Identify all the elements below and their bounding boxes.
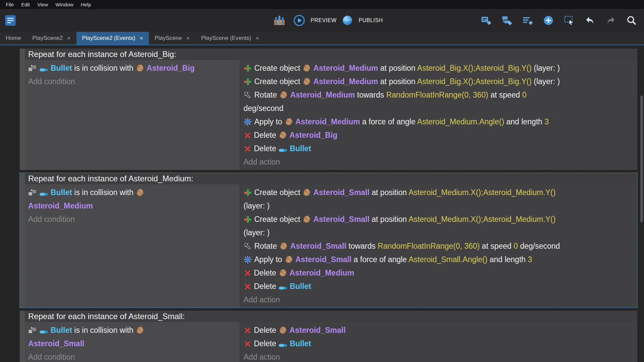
action-row[interactable]: Apply to Asteroid_Small a force of angle… bbox=[244, 253, 634, 266]
action-row[interactable]: Rotate Asteroid_Small towards RandomFloa… bbox=[244, 239, 634, 253]
add-subevent-button[interactable] bbox=[501, 15, 515, 26]
publish-button[interactable]: PUBLISH bbox=[342, 15, 383, 26]
menu-help[interactable]: Help bbox=[77, 0, 95, 9]
condition-row[interactable]: Bullet is in collision with Asteroid_Med… bbox=[28, 186, 236, 213]
event-drag-handle[interactable] bbox=[20, 311, 25, 362]
add-event-button[interactable] bbox=[481, 15, 494, 26]
action-row[interactable]: Delete Asteroid_Big bbox=[244, 128, 634, 142]
scrollbar-thumb[interactable] bbox=[640, 96, 643, 222]
action-row[interactable]: Create object Asteroid_Medium at positio… bbox=[244, 61, 634, 75]
menu-edit[interactable]: Edit bbox=[17, 0, 34, 9]
add-subevent-icon bbox=[501, 15, 512, 26]
asteroid-icon bbox=[278, 131, 287, 139]
text-segment: RandomFloatInRange(0, 360) bbox=[378, 242, 480, 250]
redo-button[interactable] bbox=[605, 15, 619, 26]
conditions-cell[interactable]: Bullet is in collision with Asteroid_Sma… bbox=[25, 322, 240, 362]
action-row[interactable]: Create object Asteroid_Small at position… bbox=[244, 213, 634, 239]
event-main: Repeat for each instance of Asteroid_Med… bbox=[25, 173, 637, 308]
add-condition-link[interactable]: Add condition bbox=[28, 350, 236, 362]
text-segment: at speed bbox=[480, 242, 514, 250]
tab-label: Home bbox=[6, 35, 21, 42]
bullet-icon bbox=[278, 343, 287, 348]
play-icon bbox=[293, 14, 305, 26]
menu-window[interactable]: Window bbox=[52, 0, 77, 9]
search-button[interactable] bbox=[626, 15, 639, 26]
tab-playscene-events[interactable]: PlayScene (Events)× bbox=[196, 32, 265, 45]
close-icon[interactable]: × bbox=[256, 35, 259, 41]
event-block[interactable]: Repeat for each instance of Asteroid_Big… bbox=[19, 48, 638, 170]
add-circle-button[interactable] bbox=[543, 15, 556, 26]
action-row[interactable]: Apply to Asteroid_Medium a force of angl… bbox=[244, 115, 634, 128]
tab-label: PlayScene bbox=[155, 35, 182, 42]
event-drag-handle[interactable] bbox=[20, 49, 25, 170]
add-condition-link[interactable]: Add condition bbox=[28, 213, 236, 226]
search-icon bbox=[626, 15, 637, 26]
event-body: Bullet is in collision with Asteroid_Big… bbox=[25, 60, 637, 170]
text-segment: Delete bbox=[254, 326, 278, 335]
text-segment: Asteroid_Big.X();Asteroid_Big.Y() bbox=[417, 64, 532, 72]
add-action-link[interactable]: Add action bbox=[244, 350, 634, 362]
bullet-icon bbox=[278, 286, 287, 291]
event-header[interactable]: Repeat for each instance of Asteroid_Sma… bbox=[25, 311, 637, 322]
text-segment: Bullet bbox=[51, 64, 72, 72]
event-body: Bullet is in collision with Asteroid_Sma… bbox=[25, 322, 637, 362]
menu-view[interactable]: View bbox=[34, 0, 52, 9]
text-segment: at position bbox=[378, 64, 417, 72]
text-segment: at position bbox=[378, 77, 417, 86]
action-row[interactable]: Rotate Asteroid_Medium towards RandomFlo… bbox=[244, 88, 634, 115]
conditions-cell[interactable]: Bullet is in collision with Asteroid_Med… bbox=[25, 184, 240, 308]
asteroid-icon bbox=[302, 215, 311, 224]
project-manager-button[interactable] bbox=[4, 13, 19, 28]
close-icon[interactable]: × bbox=[186, 35, 190, 41]
event-main: Repeat for each instance of Asteroid_Sma… bbox=[25, 311, 637, 362]
text-segment: Asteroid_Medium.X();Asteroid_Medium.Y() bbox=[409, 215, 555, 224]
action-row[interactable]: Create object Asteroid_Small at position… bbox=[244, 186, 634, 213]
event-block[interactable]: Repeat for each instance of Asteroid_Med… bbox=[19, 173, 638, 308]
add-condition-link[interactable]: Add condition bbox=[28, 75, 236, 88]
event-sheet[interactable]: Repeat for each instance of Asteroid_Big… bbox=[0, 46, 644, 362]
tab-bar: HomePlayScene2×PlayScene2 (Events)×PlayS… bbox=[0, 32, 644, 45]
action-row[interactable]: Create object Asteroid_Medium at positio… bbox=[244, 75, 634, 88]
text-segment: Asteroid_Small.Angle() bbox=[409, 255, 487, 264]
close-icon[interactable]: × bbox=[140, 35, 143, 41]
delete-icon bbox=[244, 269, 252, 277]
action-row[interactable]: Delete Bullet bbox=[244, 280, 634, 293]
action-row[interactable]: Delete Asteroid_Medium bbox=[244, 266, 634, 280]
preview-button[interactable]: PREVIEW bbox=[293, 14, 336, 26]
event-header[interactable]: Repeat for each instance of Asteroid_Med… bbox=[25, 173, 637, 184]
actions-cell[interactable]: Create object Asteroid_Medium at positio… bbox=[240, 60, 637, 170]
add-comment-button[interactable] bbox=[522, 15, 535, 26]
preview-label: PREVIEW bbox=[311, 17, 336, 23]
undo-button[interactable] bbox=[585, 15, 598, 26]
asteroid-icon bbox=[279, 90, 288, 99]
tab-home[interactable]: Home bbox=[0, 32, 26, 45]
action-row[interactable]: Delete Bullet bbox=[244, 337, 634, 350]
tab-playscene2[interactable]: PlayScene2× bbox=[26, 32, 76, 45]
event-drag-handle[interactable] bbox=[20, 173, 25, 308]
asteroid-icon bbox=[302, 188, 311, 197]
force-icon bbox=[244, 255, 252, 264]
close-icon[interactable]: × bbox=[67, 35, 71, 41]
create-icon bbox=[244, 64, 252, 72]
text-segment: at position bbox=[370, 188, 409, 197]
action-row[interactable]: Delete Asteroid_Small bbox=[244, 323, 634, 337]
action-row[interactable]: Delete Bullet bbox=[244, 142, 634, 155]
select-events-button[interactable] bbox=[564, 15, 577, 26]
text-segment: 0 bbox=[522, 90, 527, 99]
create-icon bbox=[244, 77, 252, 86]
event-block[interactable]: Repeat for each instance of Asteroid_Sma… bbox=[19, 310, 638, 362]
add-action-link[interactable]: Add action bbox=[244, 293, 634, 306]
tab-playscene2-events[interactable]: PlayScene2 (Events)× bbox=[76, 32, 149, 45]
actions-cell[interactable]: Create object Asteroid_Small at position… bbox=[240, 184, 637, 308]
debugger-button[interactable] bbox=[273, 14, 288, 26]
condition-row[interactable]: Bullet is in collision with Asteroid_Big bbox=[28, 61, 236, 75]
actions-cell[interactable]: Delete Asteroid_SmallDelete BulletAdd ac… bbox=[240, 322, 637, 362]
tab-playscene[interactable]: PlayScene× bbox=[149, 32, 196, 45]
text-segment: Bullet bbox=[290, 339, 311, 348]
conditions-cell[interactable]: Bullet is in collision with Asteroid_Big… bbox=[25, 60, 240, 170]
add-action-link[interactable]: Add action bbox=[244, 155, 634, 169]
undo-icon bbox=[585, 15, 595, 26]
menu-file[interactable]: File bbox=[2, 0, 17, 9]
condition-row[interactable]: Bullet is in collision with Asteroid_Sma… bbox=[28, 323, 236, 350]
event-header[interactable]: Repeat for each instance of Asteroid_Big… bbox=[25, 49, 637, 60]
